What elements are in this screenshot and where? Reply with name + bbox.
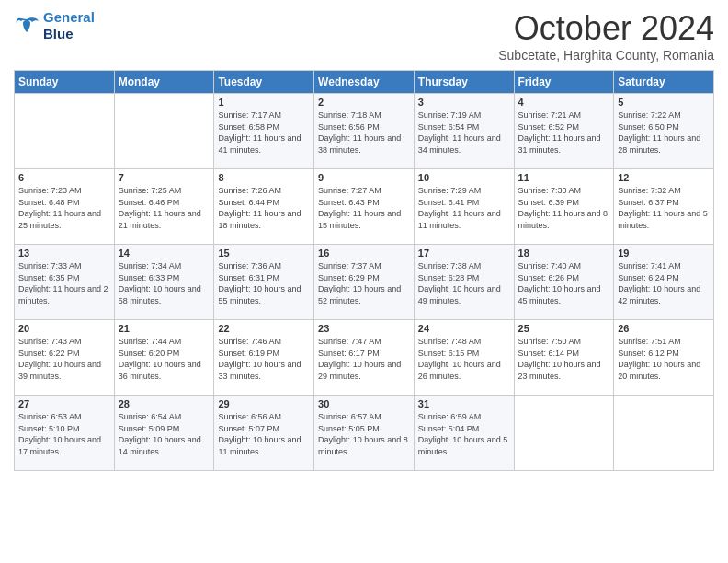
day-number: 7 bbox=[119, 172, 210, 183]
cell-details: Sunrise: 7:51 AMSunset: 6:12 PMDaylight:… bbox=[618, 336, 710, 382]
cell-details: Sunrise: 7:25 AMSunset: 6:46 PMDaylight:… bbox=[119, 185, 210, 231]
calendar-cell bbox=[514, 396, 614, 471]
cell-details: Sunrise: 6:56 AMSunset: 5:07 PMDaylight:… bbox=[218, 411, 310, 457]
cell-details: Sunrise: 7:37 AMSunset: 6:29 PMDaylight:… bbox=[318, 260, 410, 306]
page-header: General Blue October 2024 Subcetate, Har… bbox=[14, 9, 714, 63]
cell-details: Sunrise: 7:27 AMSunset: 6:43 PMDaylight:… bbox=[318, 185, 410, 231]
cell-details: Sunrise: 7:34 AMSunset: 6:33 PMDaylight:… bbox=[119, 260, 210, 306]
day-number: 23 bbox=[318, 323, 410, 334]
calendar-cell: 17Sunrise: 7:38 AMSunset: 6:28 PMDayligh… bbox=[414, 245, 514, 320]
day-header-saturday: Saturday bbox=[614, 71, 714, 94]
cell-details: Sunrise: 6:57 AMSunset: 5:05 PMDaylight:… bbox=[318, 411, 410, 457]
calendar-cell: 31Sunrise: 6:59 AMSunset: 5:04 PMDayligh… bbox=[414, 396, 514, 471]
cell-details: Sunrise: 7:22 AMSunset: 6:50 PMDaylight:… bbox=[618, 109, 710, 155]
cell-details: Sunrise: 7:47 AMSunset: 6:17 PMDaylight:… bbox=[318, 336, 410, 382]
cell-details: Sunrise: 7:33 AMSunset: 6:35 PMDaylight:… bbox=[18, 260, 110, 306]
day-number: 16 bbox=[318, 247, 410, 259]
day-header-wednesday: Wednesday bbox=[314, 71, 415, 94]
day-number: 5 bbox=[618, 97, 710, 108]
calendar-cell bbox=[614, 396, 714, 471]
day-header-thursday: Thursday bbox=[414, 71, 514, 94]
calendar-cell: 28Sunrise: 6:54 AMSunset: 5:09 PMDayligh… bbox=[114, 396, 214, 471]
calendar-cell: 25Sunrise: 7:50 AMSunset: 6:14 PMDayligh… bbox=[514, 320, 614, 396]
day-number: 8 bbox=[218, 172, 310, 183]
day-number: 31 bbox=[418, 398, 510, 409]
day-number: 14 bbox=[119, 247, 210, 259]
cell-details: Sunrise: 7:43 AMSunset: 6:22 PMDaylight:… bbox=[18, 336, 110, 382]
calendar-cell: 15Sunrise: 7:36 AMSunset: 6:31 PMDayligh… bbox=[214, 245, 314, 320]
day-number: 6 bbox=[18, 172, 110, 183]
logo: General Blue bbox=[14, 9, 95, 42]
calendar-cell: 21Sunrise: 7:44 AMSunset: 6:20 PMDayligh… bbox=[114, 320, 214, 396]
calendar-cell: 6Sunrise: 7:23 AMSunset: 6:48 PMDaylight… bbox=[15, 169, 115, 245]
calendar-cell: 4Sunrise: 7:21 AMSunset: 6:52 PMDaylight… bbox=[514, 94, 614, 169]
calendar-cell bbox=[114, 94, 214, 169]
calendar-cell: 8Sunrise: 7:26 AMSunset: 6:44 PMDaylight… bbox=[214, 169, 314, 245]
cell-details: Sunrise: 7:29 AMSunset: 6:41 PMDaylight:… bbox=[418, 185, 510, 231]
day-number: 13 bbox=[18, 247, 110, 259]
cell-details: Sunrise: 7:41 AMSunset: 6:24 PMDaylight:… bbox=[618, 260, 710, 306]
cell-details: Sunrise: 7:50 AMSunset: 6:14 PMDaylight:… bbox=[518, 336, 610, 382]
day-number: 18 bbox=[518, 247, 610, 259]
day-number: 30 bbox=[318, 398, 410, 409]
day-number: 28 bbox=[119, 398, 210, 409]
day-number: 4 bbox=[518, 97, 610, 108]
day-header-friday: Friday bbox=[514, 71, 614, 94]
day-number: 1 bbox=[218, 97, 310, 108]
calendar-cell: 24Sunrise: 7:48 AMSunset: 6:15 PMDayligh… bbox=[414, 320, 514, 396]
cell-details: Sunrise: 7:44 AMSunset: 6:20 PMDaylight:… bbox=[119, 336, 210, 382]
calendar-cell: 19Sunrise: 7:41 AMSunset: 6:24 PMDayligh… bbox=[614, 245, 714, 320]
calendar-cell: 10Sunrise: 7:29 AMSunset: 6:41 PMDayligh… bbox=[414, 169, 514, 245]
cell-details: Sunrise: 7:38 AMSunset: 6:28 PMDaylight:… bbox=[418, 260, 510, 306]
calendar-cell: 11Sunrise: 7:30 AMSunset: 6:39 PMDayligh… bbox=[514, 169, 614, 245]
calendar-cell: 14Sunrise: 7:34 AMSunset: 6:33 PMDayligh… bbox=[114, 245, 214, 320]
title-block: October 2024 Subcetate, Harghita County,… bbox=[498, 9, 714, 63]
calendar-cell: 18Sunrise: 7:40 AMSunset: 6:26 PMDayligh… bbox=[514, 245, 614, 320]
day-number: 3 bbox=[418, 97, 510, 108]
cell-details: Sunrise: 6:53 AMSunset: 5:10 PMDaylight:… bbox=[18, 411, 110, 457]
day-number: 26 bbox=[618, 323, 710, 334]
day-header-sunday: Sunday bbox=[15, 71, 115, 94]
cell-details: Sunrise: 6:59 AMSunset: 5:04 PMDaylight:… bbox=[418, 411, 510, 457]
calendar-cell: 26Sunrise: 7:51 AMSunset: 6:12 PMDayligh… bbox=[614, 320, 714, 396]
day-number: 11 bbox=[518, 172, 610, 183]
cell-details: Sunrise: 7:40 AMSunset: 6:26 PMDaylight:… bbox=[518, 260, 610, 306]
calendar-table: SundayMondayTuesdayWednesdayThursdayFrid… bbox=[14, 70, 714, 471]
logo-icon bbox=[14, 16, 40, 36]
calendar-cell: 3Sunrise: 7:19 AMSunset: 6:54 PMDaylight… bbox=[414, 94, 514, 169]
day-header-tuesday: Tuesday bbox=[214, 71, 314, 94]
calendar-cell: 5Sunrise: 7:22 AMSunset: 6:50 PMDaylight… bbox=[614, 94, 714, 169]
location-subtitle: Subcetate, Harghita County, Romania bbox=[498, 48, 714, 63]
day-number: 12 bbox=[618, 172, 710, 183]
calendar-cell: 20Sunrise: 7:43 AMSunset: 6:22 PMDayligh… bbox=[15, 320, 115, 396]
day-number: 25 bbox=[518, 323, 610, 334]
calendar-week-1: 1Sunrise: 7:17 AMSunset: 6:58 PMDaylight… bbox=[15, 94, 714, 169]
calendar-cell: 30Sunrise: 6:57 AMSunset: 5:05 PMDayligh… bbox=[314, 396, 415, 471]
calendar-cell: 29Sunrise: 6:56 AMSunset: 5:07 PMDayligh… bbox=[214, 396, 314, 471]
day-number: 22 bbox=[218, 323, 310, 334]
calendar-week-4: 20Sunrise: 7:43 AMSunset: 6:22 PMDayligh… bbox=[15, 320, 714, 396]
day-number: 2 bbox=[318, 97, 410, 108]
calendar-cell: 9Sunrise: 7:27 AMSunset: 6:43 PMDaylight… bbox=[314, 169, 415, 245]
cell-details: Sunrise: 7:19 AMSunset: 6:54 PMDaylight:… bbox=[418, 109, 510, 155]
day-number: 19 bbox=[618, 247, 710, 259]
calendar-cell: 23Sunrise: 7:47 AMSunset: 6:17 PMDayligh… bbox=[314, 320, 415, 396]
calendar-week-3: 13Sunrise: 7:33 AMSunset: 6:35 PMDayligh… bbox=[15, 245, 714, 320]
cell-details: Sunrise: 7:21 AMSunset: 6:52 PMDaylight:… bbox=[518, 109, 610, 155]
calendar-cell bbox=[15, 94, 115, 169]
calendar-cell: 1Sunrise: 7:17 AMSunset: 6:58 PMDaylight… bbox=[214, 94, 314, 169]
logo-text: General Blue bbox=[43, 9, 95, 42]
day-number: 10 bbox=[418, 172, 510, 183]
cell-details: Sunrise: 7:18 AMSunset: 6:56 PMDaylight:… bbox=[318, 109, 410, 155]
day-number: 21 bbox=[119, 323, 210, 334]
day-number: 29 bbox=[218, 398, 310, 409]
calendar-cell: 7Sunrise: 7:25 AMSunset: 6:46 PMDaylight… bbox=[114, 169, 214, 245]
day-number: 17 bbox=[418, 247, 510, 259]
cell-details: Sunrise: 7:23 AMSunset: 6:48 PMDaylight:… bbox=[18, 185, 110, 231]
day-number: 9 bbox=[318, 172, 410, 183]
cell-details: Sunrise: 7:17 AMSunset: 6:58 PMDaylight:… bbox=[218, 109, 310, 155]
cell-details: Sunrise: 7:30 AMSunset: 6:39 PMDaylight:… bbox=[518, 185, 610, 231]
day-number: 15 bbox=[218, 247, 310, 259]
cell-details: Sunrise: 6:54 AMSunset: 5:09 PMDaylight:… bbox=[119, 411, 210, 457]
cell-details: Sunrise: 7:26 AMSunset: 6:44 PMDaylight:… bbox=[218, 185, 310, 231]
